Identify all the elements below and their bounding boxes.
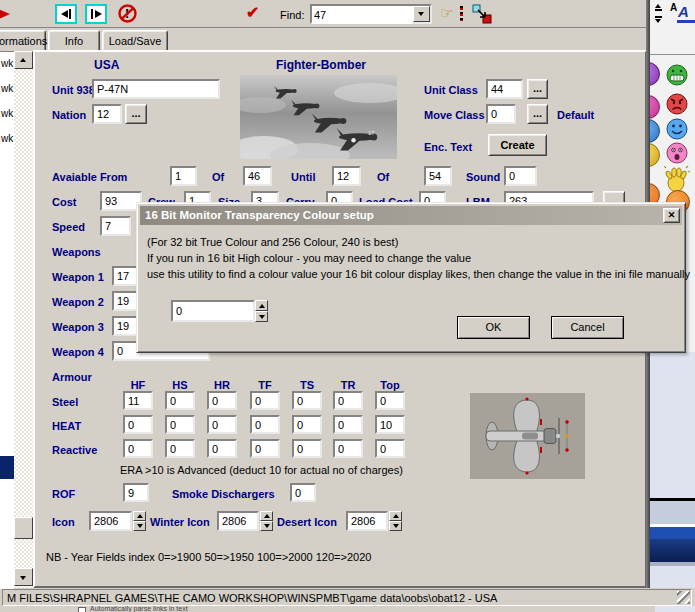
- find-input[interactable]: [312, 6, 412, 24]
- tab-info[interactable]: Info: [48, 30, 100, 51]
- reactive-tf-field[interactable]: [250, 439, 280, 458]
- spin-small-down-icon[interactable]: [655, 16, 662, 23]
- nation-browse-button[interactable]: ...: [125, 104, 147, 124]
- down-arrow-icon: [137, 524, 143, 528]
- emoticon-partial-blue[interactable]: [650, 119, 660, 143]
- colour-value-spinner[interactable]: [255, 300, 268, 322]
- bottom-background-sliver: Automatically parse links in text: [0, 606, 655, 612]
- steel-hs-field[interactable]: [165, 391, 195, 410]
- reactive-top-field[interactable]: [375, 439, 405, 458]
- colour-spin-down[interactable]: [255, 311, 268, 322]
- reactive-ts-field[interactable]: [292, 439, 322, 458]
- of2-field[interactable]: [424, 166, 452, 186]
- hand-pointer-icon[interactable]: ☞: [440, 4, 466, 24]
- unit-class-browse-button[interactable]: ...: [527, 79, 548, 99]
- list-item[interactable]: wk: [1, 83, 13, 95]
- available-from-field[interactable]: [170, 166, 197, 186]
- winter-spin-up[interactable]: [260, 511, 273, 521]
- heat-hf-field[interactable]: [123, 415, 153, 434]
- emoticon-partial-purple[interactable]: [650, 62, 660, 86]
- heat-top-field[interactable]: [375, 415, 405, 434]
- emoticon-angry[interactable]: [666, 93, 688, 115]
- tab-formations[interactable]: ormations: [0, 30, 46, 51]
- sound-field[interactable]: [504, 166, 537, 186]
- tab-load-save[interactable]: Load/Save: [102, 30, 168, 51]
- reactive-hs-field[interactable]: [165, 439, 195, 458]
- desert-icon-spinner[interactable]: [389, 511, 402, 531]
- smoke-field[interactable]: [290, 483, 316, 502]
- icon-spin-up[interactable]: [133, 511, 146, 521]
- speed-field[interactable]: [100, 216, 131, 236]
- icon-spin-down[interactable]: [133, 521, 146, 531]
- next-unit-button[interactable]: [85, 4, 107, 24]
- desert-spin-up[interactable]: [389, 511, 402, 521]
- unit-number-label: Unit 938: [52, 84, 95, 96]
- desert-icon-field[interactable]: [346, 511, 388, 531]
- heat-ts-field[interactable]: [292, 415, 322, 434]
- scroll-down-button[interactable]: [14, 568, 33, 586]
- steel-tr-field[interactable]: [333, 391, 363, 410]
- find-dropdown-button[interactable]: [413, 6, 430, 22]
- colour-spin-up[interactable]: [255, 300, 268, 311]
- dialog-close-button[interactable]: ✕: [663, 208, 680, 223]
- heat-hs-field[interactable]: [165, 415, 195, 434]
- until-field[interactable]: [332, 166, 361, 186]
- steel-top-field[interactable]: [375, 391, 405, 410]
- prev-unit-button[interactable]: [55, 4, 77, 24]
- font-size-icon[interactable]: A: [670, 2, 677, 13]
- list-item[interactable]: wk: [1, 108, 13, 120]
- desert-spin-down[interactable]: [389, 521, 402, 531]
- emoticon-partial-yellow[interactable]: [650, 143, 660, 167]
- steel-ts-field[interactable]: [292, 391, 322, 410]
- steel-hf-field[interactable]: [123, 391, 153, 410]
- heat-tr-field[interactable]: [333, 415, 363, 434]
- colour-value-field[interactable]: [171, 300, 255, 322]
- cancel-button[interactable]: Cancel: [551, 316, 624, 339]
- unit-list[interactable]: wk wk wk wk: [0, 51, 14, 589]
- class-title: Fighter-Bomber: [276, 59, 366, 71]
- resize-grip[interactable]: [677, 591, 690, 604]
- nation-field[interactable]: [92, 104, 122, 124]
- spin-small-up-icon[interactable]: [655, 4, 662, 11]
- list-item[interactable]: wk: [1, 58, 13, 70]
- winter-spin-down[interactable]: [260, 521, 273, 531]
- reactive-hf-field[interactable]: [123, 439, 153, 458]
- dialog-titlebar[interactable]: 16 Bit Monitor Transparency Colour setup: [140, 206, 682, 225]
- icon-spinner[interactable]: [133, 511, 146, 531]
- move-class-field[interactable]: [486, 104, 516, 124]
- find-combobox[interactable]: [310, 4, 432, 24]
- move-class-browse-button[interactable]: ...: [527, 104, 548, 124]
- emoticon-smile[interactable]: [666, 118, 688, 140]
- steel-hr-field[interactable]: [207, 391, 237, 410]
- of1-field[interactable]: [243, 166, 272, 186]
- reactive-hr-field[interactable]: [207, 439, 237, 458]
- no-entry-icon[interactable]: !: [118, 4, 137, 23]
- unit-class-field[interactable]: [486, 79, 523, 99]
- list-item[interactable]: wk: [1, 133, 13, 145]
- emoticon-grin[interactable]: [666, 64, 688, 86]
- winter-icon-spinner[interactable]: [260, 511, 273, 531]
- list-scrollbar[interactable]: [14, 51, 33, 588]
- scroll-thumb[interactable]: [14, 517, 33, 539]
- reactive-tr-field[interactable]: [333, 439, 363, 458]
- background-banner-navy: [650, 539, 695, 562]
- rof-field[interactable]: [123, 483, 149, 502]
- icon-field[interactable]: [89, 511, 132, 531]
- transfer-icon[interactable]: [472, 4, 492, 24]
- selected-list-item[interactable]: [0, 456, 14, 479]
- create-button[interactable]: Create: [488, 134, 547, 156]
- ok-button[interactable]: OK: [457, 316, 530, 339]
- weapon3-label: Weapon 3: [52, 321, 104, 333]
- font-color-icon[interactable]: A: [678, 3, 689, 20]
- emoticon-partial-magenta[interactable]: [650, 95, 660, 119]
- scroll-up-button[interactable]: [14, 51, 33, 69]
- heat-tf-field[interactable]: [250, 415, 280, 434]
- winter-icon-field[interactable]: [217, 511, 259, 531]
- unit-name-field[interactable]: [92, 79, 220, 99]
- confirm-check-icon[interactable]: ✔: [246, 3, 259, 22]
- steel-tf-field[interactable]: [250, 391, 280, 410]
- parse-links-checkbox[interactable]: [78, 607, 86, 612]
- scroll-down-icon: [20, 576, 26, 580]
- emoticon-surprised[interactable]: [666, 142, 688, 164]
- heat-hr-field[interactable]: [207, 415, 237, 434]
